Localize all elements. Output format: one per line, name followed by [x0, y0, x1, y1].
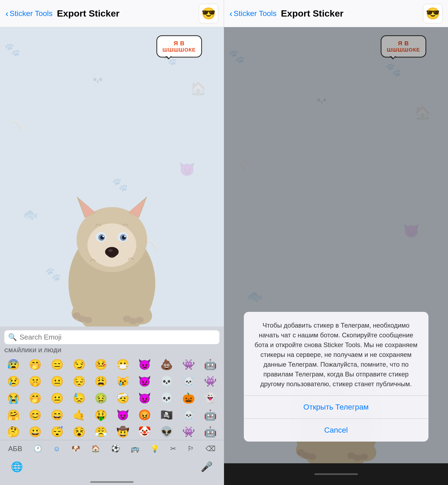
emoji-cell[interactable]: 😈: [134, 356, 156, 373]
right-back-label: Sticker Tools: [234, 9, 276, 18]
emoji-cell[interactable]: 🤢: [90, 390, 112, 406]
emoji-cell[interactable]: 😐: [46, 373, 68, 389]
emoji-cell[interactable]: 🤕: [112, 390, 134, 406]
emoji-cell[interactable]: 😵: [68, 424, 90, 440]
emoji-cell[interactable]: 😄: [46, 407, 68, 423]
emoji-cell[interactable]: 😤: [90, 424, 112, 440]
svg-point-14: [124, 236, 126, 237]
left-search-input[interactable]: [20, 333, 216, 341]
right-nav-icon-emoji: 😎: [426, 7, 440, 20]
emoji-cell[interactable]: 🤖: [200, 407, 221, 423]
emoji-cell[interactable]: 🤫: [25, 373, 46, 389]
emoji-cell[interactable]: 👻: [200, 390, 221, 406]
emoji-cell[interactable]: 😰: [3, 356, 24, 373]
emoji-cell[interactable]: 😡: [134, 407, 156, 423]
emoji-cell[interactable]: 🤡: [134, 424, 156, 440]
left-sticker-canvas: 🐾 🐾 🏠 🦴 😈 🐟 🦴 💀 🐾 🐾 Я В ШШШШОКЕ: [0, 27, 224, 326]
left-globe-button[interactable]: 🌐: [8, 459, 26, 474]
left-mic-button[interactable]: 🎤: [198, 459, 216, 474]
emoji-cell[interactable]: 😊: [25, 407, 46, 423]
left-kb-travel[interactable]: 🚌: [128, 443, 142, 455]
right-nav-title: Export Sticker: [281, 8, 344, 19]
right-back-button[interactable]: ‹ Sticker Tools: [229, 8, 277, 19]
left-back-button[interactable]: ‹ Sticker Tools: [5, 8, 53, 19]
left-kb-sports[interactable]: ⚽: [108, 443, 122, 455]
left-keyboard-toolbar: АБВ 🕐 ☺ 🐶 🏠 ⚽ 🚌 💡 ✂ 🏳 ⌫: [0, 440, 224, 457]
emoji-cell[interactable]: 🤑: [90, 407, 112, 423]
emoji-cell[interactable]: 🤗: [3, 407, 24, 423]
right-chevron-icon: ‹: [229, 8, 232, 19]
right-sticker-canvas: 🐾 🐾 🏠 🦴 😈 🐟 🦴 💀 Я В ШШШШОКЕ: [224, 27, 448, 463]
emoji-cell[interactable]: 🏴‍☠️: [156, 407, 177, 423]
left-nav-bar: ‹ Sticker Tools Export Sticker 😎: [0, 0, 224, 27]
left-kb-objects[interactable]: 💡: [148, 443, 162, 455]
left-chevron-icon: ‹: [5, 8, 8, 19]
emoji-cell[interactable]: 😈: [134, 390, 156, 406]
left-kb-animals[interactable]: 🐶: [69, 443, 83, 455]
svg-point-24: [135, 317, 144, 323]
left-kb-clock[interactable]: 🕐: [31, 443, 45, 455]
left-kb-symbols[interactable]: ✂: [168, 443, 179, 455]
emoji-cell[interactable]: 😐: [46, 390, 68, 406]
emoji-cell[interactable]: 💀: [156, 373, 177, 389]
emoji-cell[interactable]: 🤙: [68, 407, 90, 423]
left-emoji-icon-button[interactable]: 😎: [199, 4, 218, 23]
right-alert-body: Чтобы добавить стикер в Телеграм, необхо…: [244, 312, 428, 395]
emoji-cell[interactable]: 🤔: [3, 424, 24, 440]
emoji-cell[interactable]: 👽: [156, 424, 177, 440]
right-open-telegram-button[interactable]: Открыть Телеграм: [244, 396, 428, 419]
emoji-cell[interactable]: ☠️: [178, 373, 199, 389]
left-keyboard-bottom: 🌐 🎤: [0, 457, 224, 485]
emoji-cell[interactable]: 😢: [3, 373, 24, 389]
emoji-cell[interactable]: 👾: [178, 356, 199, 373]
emoji-cell[interactable]: 💀: [156, 390, 177, 406]
left-emoji-search[interactable]: 🔍: [4, 330, 219, 344]
left-home-indicator: [90, 481, 134, 483]
emoji-cell[interactable]: 💩: [156, 356, 177, 373]
left-kb-delete[interactable]: ⌫: [203, 443, 218, 455]
emoji-cell[interactable]: 🤒: [90, 356, 112, 373]
left-kb-abc[interactable]: АБВ: [5, 443, 25, 455]
emoji-cell[interactable]: 👾: [200, 373, 221, 389]
right-emoji-icon-button[interactable]: 😎: [423, 4, 443, 23]
right-nav-bar: ‹ Sticker Tools Export Sticker 😎: [224, 0, 448, 27]
emoji-cell[interactable]: 😭: [3, 390, 24, 406]
emoji-cell[interactable]: 🤠: [112, 424, 134, 440]
emoji-cell[interactable]: 😴: [46, 424, 68, 440]
left-kb-flags[interactable]: 🏳: [185, 443, 197, 455]
emoji-cell[interactable]: 👾: [178, 424, 199, 440]
emoji-cell[interactable]: 😩: [90, 373, 112, 389]
left-nav-icon-emoji: 😎: [201, 7, 216, 20]
svg-point-21: [84, 317, 92, 323]
emoji-cell[interactable]: 🎃: [178, 390, 199, 406]
right-cancel-button[interactable]: Cancel: [244, 419, 428, 442]
left-bubble-line1: Я В: [163, 40, 196, 47]
left-phone-panel: ‹ Sticker Tools Export Sticker 😎 🐾 🐾 🏠 🦴…: [0, 0, 224, 485]
left-speech-bubble: Я В ШШШШОКЕ: [156, 35, 202, 58]
emoji-cell[interactable]: ☠️: [178, 407, 199, 423]
left-emoji-grid: 😰 🤭 😑 😏 🤒 😷 😈 💩 👾 🤖 😢 🤫 😐 😔 😩 😿 👿 💀 ☠️ 👾…: [0, 356, 224, 440]
emoji-cell[interactable]: 🤖: [200, 356, 221, 373]
emoji-cell[interactable]: 😑: [46, 356, 68, 373]
emoji-cell[interactable]: 😈: [112, 407, 134, 423]
emoji-cell[interactable]: 🤭: [25, 390, 46, 406]
left-search-icon: 🔍: [8, 333, 17, 341]
right-bottom-bar: [224, 463, 448, 485]
emoji-cell[interactable]: 😔: [68, 373, 90, 389]
emoji-cell[interactable]: 😀: [25, 424, 46, 440]
right-alert-box: Чтобы добавить стикер в Телеграм, необхо…: [244, 312, 428, 442]
emoji-cell[interactable]: 👿: [134, 373, 156, 389]
emoji-cell[interactable]: 😏: [68, 356, 90, 373]
emoji-cell[interactable]: 😓: [68, 390, 90, 406]
left-emoji-keyboard: 🔍 СМАЙЛИКИ И ЛЮДИ 😰 🤭 😑 😏 🤒 😷 😈 💩 👾 🤖 😢 …: [0, 326, 224, 485]
emoji-cell[interactable]: 😿: [112, 373, 134, 389]
emoji-cell[interactable]: 🤖: [200, 424, 221, 440]
right-phone-panel: ‹ Sticker Tools Export Sticker 😎 🐾 🐾 🏠 🦴…: [224, 0, 448, 485]
left-kb-emoji[interactable]: ☺: [50, 443, 63, 455]
left-nav-title: Export Sticker: [57, 8, 120, 19]
left-wolf-sticker: [55, 180, 169, 326]
right-modal-overlay: Чтобы добавить стикер в Телеграм, необхо…: [224, 27, 448, 463]
emoji-cell[interactable]: 🤭: [25, 356, 46, 373]
left-kb-food[interactable]: 🏠: [89, 443, 103, 455]
emoji-cell[interactable]: 😷: [112, 356, 134, 373]
